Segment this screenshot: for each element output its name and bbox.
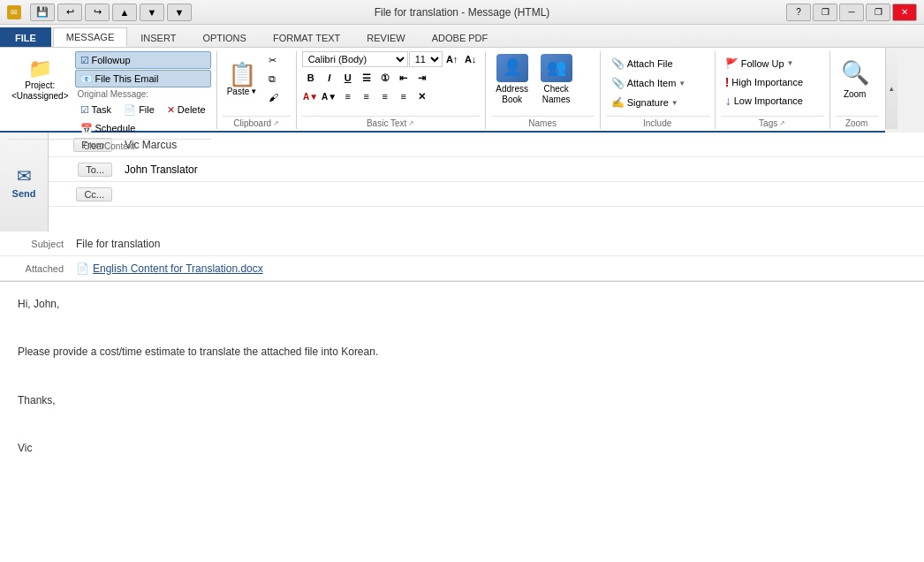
align-center-btn[interactable]: ≡ bbox=[358, 88, 375, 104]
ribbon-collapse-btn[interactable]: ▲ bbox=[885, 48, 897, 129]
text-color-btn[interactable]: A▼ bbox=[302, 88, 320, 104]
schedule-button[interactable]: 📅 Schedule bbox=[75, 119, 211, 137]
justify-btn[interactable]: ≡ bbox=[395, 88, 413, 104]
tab-options[interactable]: OPTIONS bbox=[189, 27, 260, 47]
basic-text-content: Calibri (Body) 11 A↑ A↓ B I U ☰ ① ⇤ ⇥ A▼… bbox=[302, 51, 480, 114]
quick-save-btn[interactable]: 💾 bbox=[30, 4, 55, 21]
signature-button[interactable]: ✍ Signature ▼ bbox=[606, 94, 684, 111]
close-button[interactable]: ✕ bbox=[892, 4, 917, 21]
zoom-group-label: Zoom bbox=[836, 116, 878, 129]
task-button[interactable]: ☑ Task bbox=[75, 101, 117, 118]
cc-button[interactable]: Cc... bbox=[76, 187, 112, 201]
clipboard-expand-icon[interactable]: ↗ bbox=[273, 119, 279, 127]
title-bar-controls: ? ❐ ─ ❐ ✕ bbox=[786, 4, 917, 21]
attach-file-label: Attach File bbox=[627, 58, 673, 69]
align-left-btn[interactable]: ≡ bbox=[339, 88, 357, 104]
to-input[interactable] bbox=[119, 160, 924, 179]
copy-icon: ⧉ bbox=[269, 73, 276, 85]
cut-button[interactable]: ✂ bbox=[263, 51, 284, 69]
undo-btn[interactable]: ↩ bbox=[57, 4, 82, 21]
title-bar-left: ✉ 💾 ↩ ↪ ▲ ▼ ▼ bbox=[7, 4, 192, 21]
ribbon-group-clipboard: 📋 Paste ▼ ✂ ⧉ 🖌 Clipboard ↗ bbox=[217, 51, 297, 129]
down-btn[interactable]: ▼ bbox=[140, 4, 164, 21]
bold-button[interactable]: B bbox=[302, 70, 320, 86]
schedule-icon: 📅 bbox=[80, 123, 93, 134]
paste-chevron: ▼ bbox=[250, 87, 257, 96]
redo-btn[interactable]: ↪ bbox=[85, 4, 110, 21]
more-btn[interactable]: ▼ bbox=[167, 4, 192, 21]
number-list-btn[interactable]: ① bbox=[376, 70, 394, 86]
send-label: Send bbox=[12, 188, 36, 199]
maximize-button[interactable]: ❐ bbox=[866, 4, 890, 21]
ribbon-group-tags: 🚩 Follow Up ▼ ! High Importance ↓ Low Im… bbox=[716, 51, 830, 129]
help-button[interactable]: ? bbox=[786, 4, 811, 21]
italic-button[interactable]: I bbox=[321, 70, 338, 86]
font-grow-btn[interactable]: A↑ bbox=[443, 51, 461, 67]
body-line2 bbox=[18, 320, 906, 337]
font-select[interactable]: Calibri (Body) bbox=[302, 51, 408, 67]
attached-value: 📄 English Content for Translation.docx bbox=[71, 259, 269, 278]
attach-file-button[interactable]: 📎 Attach File bbox=[606, 55, 678, 72]
ribbon: 📁 Project:<Unassigned> ☑ Followup 📧 File… bbox=[0, 48, 885, 133]
highlight-btn[interactable]: A▼ bbox=[321, 88, 338, 104]
subject-row: Subject bbox=[0, 232, 924, 256]
increase-indent-btn[interactable]: ⇥ bbox=[413, 70, 431, 86]
cc-input[interactable] bbox=[119, 185, 924, 204]
subject-input[interactable] bbox=[71, 234, 924, 254]
attach-item-label: Attach Item bbox=[627, 78, 677, 88]
follow-up-chevron: ▼ bbox=[787, 59, 794, 67]
bullet-list-btn[interactable]: ☰ bbox=[358, 70, 375, 86]
tab-file[interactable]: FILE bbox=[0, 27, 51, 47]
up-btn[interactable]: ▲ bbox=[112, 4, 137, 21]
font-size-select[interactable]: 11 bbox=[409, 51, 443, 67]
attach-item-button[interactable]: 📎 Attach Item ▼ bbox=[606, 74, 692, 92]
follow-up-button[interactable]: 🚩 Follow Up ▼ bbox=[721, 55, 799, 72]
format-row: B I U ☰ ① ⇤ ⇥ bbox=[302, 70, 431, 86]
tab-review[interactable]: REVIEW bbox=[353, 27, 418, 47]
attached-file-link[interactable]: English Content for Translation.docx bbox=[93, 262, 263, 275]
decrease-indent-btn[interactable]: ⇤ bbox=[395, 70, 413, 86]
cc-label: Cc... bbox=[49, 187, 119, 201]
names-content: 👤 AddressBook 👥 CheckNames bbox=[491, 51, 595, 114]
low-importance-button[interactable]: ↓ Low Importance bbox=[721, 92, 807, 109]
file-label: File bbox=[139, 104, 155, 115]
tab-adobe-pdf[interactable]: ADOBE PDF bbox=[419, 27, 502, 47]
project-button[interactable]: 📁 Project:<Unassigned> bbox=[7, 51, 73, 108]
check-names-button[interactable]: 👥 CheckNames bbox=[535, 51, 578, 108]
file-this-email-button[interactable]: 📧 File This Email bbox=[75, 70, 211, 87]
signature-icon: ✍ bbox=[611, 96, 625, 109]
file-button[interactable]: 📄 File bbox=[118, 101, 160, 118]
to-row: To... bbox=[49, 157, 924, 182]
underline-button[interactable]: U bbox=[339, 70, 357, 86]
email-body[interactable]: Hi, John, Please provide a cost/time est… bbox=[0, 282, 924, 562]
tags-expand-icon[interactable]: ↗ bbox=[779, 119, 785, 127]
format-painter-button[interactable]: 🖌 bbox=[263, 88, 284, 106]
original-message-label: Original Message: bbox=[75, 88, 211, 100]
font-shrink-btn[interactable]: A↓ bbox=[462, 51, 480, 67]
restore-button[interactable]: ❐ bbox=[813, 4, 837, 21]
body-line5: Thanks, bbox=[18, 392, 906, 409]
address-book-button[interactable]: 👤 AddressBook bbox=[491, 51, 534, 108]
include-group-label: Include bbox=[606, 116, 709, 129]
clearcontext-group-label: ClearContext bbox=[7, 139, 211, 152]
ribbon-group-names: 👤 AddressBook 👥 CheckNames Names bbox=[486, 51, 601, 129]
zoom-button[interactable]: 🔍 Zoom bbox=[836, 51, 875, 108]
basic-text-expand-icon[interactable]: ↗ bbox=[408, 119, 414, 127]
align-right-btn[interactable]: ≡ bbox=[376, 88, 394, 104]
high-importance-button[interactable]: ! High Importance bbox=[721, 73, 807, 90]
font-row: Calibri (Body) 11 A↑ A↓ bbox=[302, 51, 480, 67]
tab-format-text[interactable]: FORMAT TEXT bbox=[260, 27, 353, 47]
body-line1: Hi, John, bbox=[18, 296, 906, 313]
body-line6 bbox=[18, 416, 906, 433]
followup-button[interactable]: ☑ Followup bbox=[75, 51, 211, 69]
delete-button[interactable]: ✕ Delete bbox=[162, 101, 211, 118]
to-button[interactable]: To... bbox=[78, 163, 112, 177]
tab-insert[interactable]: INSERT bbox=[127, 27, 189, 47]
minimize-button[interactable]: ─ bbox=[839, 4, 864, 21]
from-value: Vic Marcus bbox=[119, 135, 924, 155]
tab-message[interactable]: MESSAGE bbox=[53, 27, 127, 47]
clear-format-btn[interactable]: ✕ bbox=[413, 88, 431, 104]
copy-button[interactable]: ⧉ bbox=[263, 70, 284, 87]
delete-icon: ✕ bbox=[167, 104, 175, 116]
paste-button[interactable]: 📋 Paste ▼ bbox=[223, 51, 262, 108]
